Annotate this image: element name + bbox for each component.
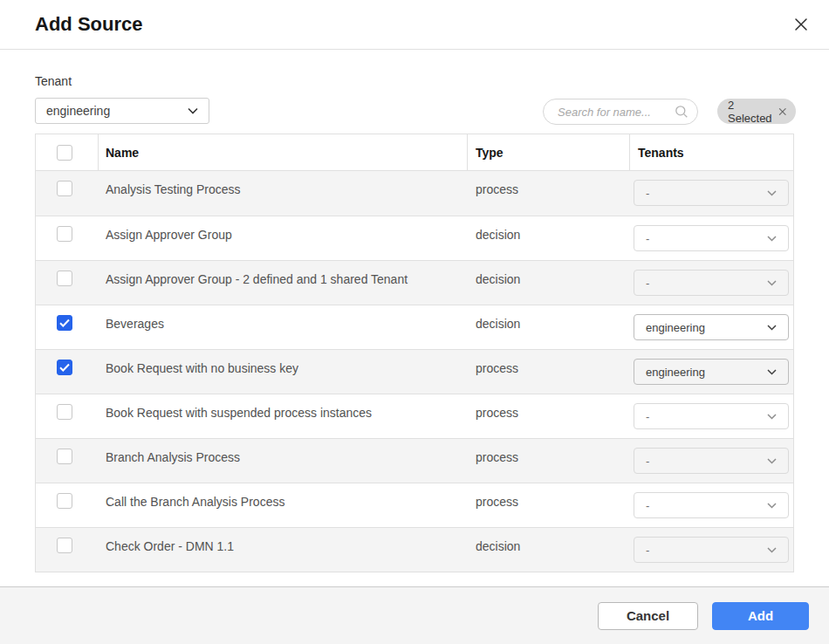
row-tenant-cell: engineering [630,350,793,394]
row-checkbox[interactable] [57,449,72,464]
table-row: Analysis Testing Processprocess- [36,171,793,216]
row-tenant-value: - [646,455,649,468]
row-tenant-cell: - [630,171,793,216]
row-checkbox[interactable] [57,360,72,375]
row-name: Analysis Testing Process [99,171,468,216]
modal-title: Add Source [35,13,142,36]
row-tenant-value: - [646,232,649,245]
row-tenant-select[interactable]: - [634,492,789,518]
row-tenant-select[interactable]: engineering [634,359,789,385]
chevron-down-icon [767,414,777,420]
row-tenant-select[interactable]: - [634,537,789,563]
row-checkbox-cell [36,171,99,216]
row-type: decision [468,305,630,349]
chevron-down-icon [767,547,777,553]
table-row: Call the Branch Analysis Processprocess- [36,483,793,527]
row-tenant-select[interactable]: - [634,225,789,251]
row-tenant-cell: engineering [630,305,793,349]
checkmark-icon [59,363,70,372]
add-button[interactable]: Add [712,602,809,630]
row-type: process [468,350,630,394]
row-tenant-value: - [646,499,649,512]
row-checkbox[interactable] [57,315,72,331]
close-button[interactable] [789,12,813,37]
tenant-label: Tenant [35,74,794,88]
row-type: process [468,483,630,527]
column-header-tenants: Tenants [630,134,793,170]
row-tenant-value: - [646,410,649,423]
row-tenant-cell: - [630,394,793,438]
row-checkbox[interactable] [57,271,72,286]
row-checkbox-cell [36,439,99,483]
chevron-down-icon [767,236,777,242]
chevron-down-icon [188,107,198,114]
chevron-down-icon [767,369,777,375]
row-name: Beverages [99,305,468,349]
checkmark-icon [59,319,70,327]
row-checkbox-cell [36,216,99,260]
table-row: Book Request with no business keyprocess… [36,349,793,394]
row-tenant-select[interactable]: - [634,403,789,429]
row-tenant-select[interactable]: - [634,448,789,474]
row-tenant-value: engineering [646,366,705,379]
row-type: process [468,439,630,483]
chevron-down-icon [767,190,777,196]
clear-selection-icon[interactable] [778,107,787,116]
row-tenant-select[interactable]: - [634,270,789,296]
row-type: decision [468,261,630,305]
row-checkbox-cell [36,305,99,349]
table-row: Assign Approver Group - 2 defined and 1 … [36,260,793,305]
row-name: Call the Branch Analysis Process [99,483,468,527]
row-name: Branch Analysis Process [99,439,468,483]
row-checkbox[interactable] [57,181,72,196]
table-row: Beveragesdecisionengineering [36,305,793,349]
modal-footer: Cancel Add [0,586,829,644]
row-checkbox-cell [36,261,99,305]
row-checkbox-cell [36,483,99,527]
controls-bar: Tenant engineering 2 Selected [0,50,829,124]
selected-count-badge[interactable]: 2 Selected [717,99,796,124]
chevron-down-icon [767,325,777,331]
row-tenant-select[interactable]: engineering [634,314,789,340]
row-tenant-value: - [646,277,649,290]
row-type: process [468,394,630,438]
row-tenant-cell: - [630,528,793,572]
table-header-row: Name Type Tenants [36,134,793,171]
row-checkbox[interactable] [57,226,72,242]
row-name: Book Request with suspended process inst… [99,394,468,438]
row-tenant-value: - [646,544,649,557]
row-type: process [468,171,630,216]
row-checkbox[interactable] [57,493,72,509]
tenant-select[interactable]: engineering [35,98,209,124]
row-name: Assign Approver Group [99,216,468,260]
row-checkbox[interactable] [57,538,72,553]
table-row: Branch Analysis Processprocess- [36,438,793,483]
search-box [543,99,698,125]
sources-table: Name Type Tenants Analysis Testing Proce… [35,134,794,572]
row-type: decision [468,528,630,572]
row-name: Book Request with no business key [99,350,468,394]
row-type: decision [468,216,630,260]
table-body: Analysis Testing Processprocess-Assign A… [36,171,793,572]
tenant-select-value: engineering [46,104,110,118]
table-row: Assign Approver Groupdecision- [36,216,793,260]
row-tenant-cell: - [630,261,793,305]
close-icon [792,16,810,33]
row-name: Assign Approver Group - 2 defined and 1 … [99,261,468,305]
row-tenant-cell: - [630,216,793,260]
select-all-checkbox[interactable] [57,145,72,161]
row-checkbox-cell [36,528,99,572]
modal-header: Add Source [0,0,829,50]
cancel-button[interactable]: Cancel [598,602,698,630]
row-checkbox[interactable] [57,404,72,420]
select-all-cell [36,134,99,170]
row-tenant-select[interactable]: - [634,180,789,206]
chevron-down-icon [767,503,777,509]
row-tenant-value: - [646,187,649,200]
selected-count-label: 2 Selected [728,99,778,125]
column-header-name: Name [99,134,468,170]
row-name: Check Order - DMN 1.1 [99,528,468,572]
column-header-type: Type [468,134,630,170]
chevron-down-icon [767,458,777,464]
row-checkbox-cell [36,394,99,438]
